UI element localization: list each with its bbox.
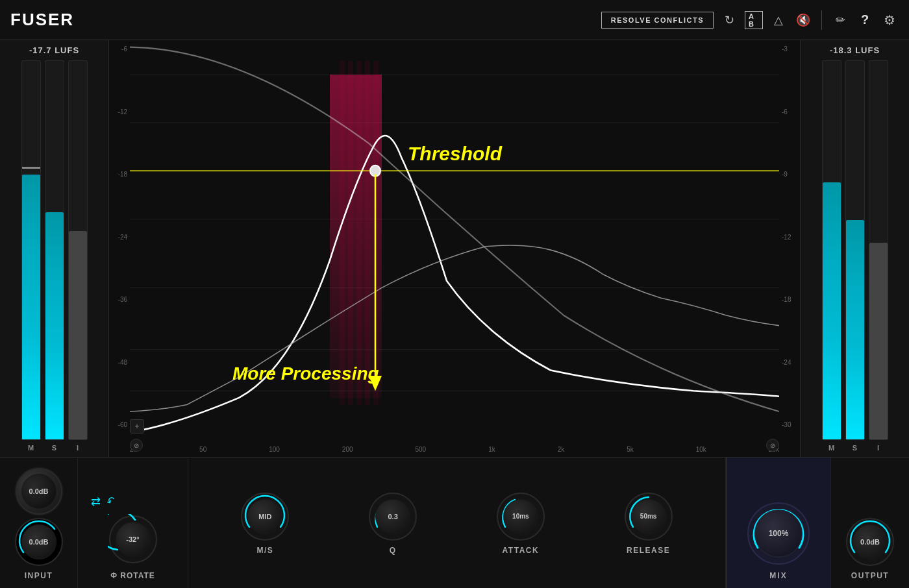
release-knob-container: 50ms RELEASE [623, 491, 674, 555]
attack-knob-face: 10ms [503, 499, 538, 534]
left-meter-s [45, 60, 64, 440]
input-knob-face: 0.0dB [21, 524, 56, 559]
svg-rect-11 [356, 61, 362, 405]
svg-rect-9 [340, 61, 345, 405]
output-section: 0.0dB OUTPUT [831, 458, 909, 588]
left-meter-m [21, 60, 41, 440]
x-label-100: 100 [269, 446, 280, 453]
right-m-label: M [822, 444, 841, 452]
rotate-section: ⇄ ↶ -32° Φ ROTATE [78, 458, 188, 588]
x-label-500: 500 [416, 446, 427, 453]
right-meter-s-fill [846, 220, 864, 439]
attack-knob-wrapper[interactable]: 10ms [495, 491, 546, 542]
release-value-text: 50ms [640, 513, 657, 520]
header: FUSER RESOLVE CONFLICTS ↻ A B △ 🔇 ✏ ? ⚙ [0, 0, 909, 40]
spectrum-left-circle-button[interactable]: ⊘ [130, 439, 143, 452]
right-s-label: S [845, 444, 865, 452]
header-right: RESOLVE CONFLICTS ↻ A B △ 🔇 ✏ ? ⚙ [601, 10, 899, 30]
ms-value-text: MID [258, 513, 271, 521]
ab-compare-icon[interactable]: A B [745, 11, 763, 29]
controls-area: 0.0dB 0.0dB INPUT ⇄ ↶ [0, 457, 909, 588]
right-lufs-label: -18.3 LUFS [830, 45, 880, 55]
settings-icon[interactable]: ⚙ [880, 11, 899, 29]
x-label-50: 50 [199, 446, 206, 453]
mix-section: 100% MIX [726, 458, 831, 588]
release-knob-wrapper[interactable]: 50ms [623, 491, 674, 542]
left-meter-m-fill [22, 175, 40, 439]
ms-knob-wrapper[interactable]: MID [240, 491, 290, 542]
output-value-text: 0.0dB [860, 538, 880, 546]
right-meter-s [845, 60, 865, 440]
triangle-icon[interactable]: △ [769, 11, 788, 29]
x-axis: 20 50 100 200 500 1k 2k 5k 10k 20k [130, 446, 779, 453]
header-divider [821, 10, 822, 30]
app-title: FUSER [10, 10, 74, 30]
output-knob-face: 0.0dB [853, 524, 888, 559]
mix-knob-face: 100% [754, 509, 803, 557]
mix-label: MIX [769, 571, 787, 580]
spectrum-area: -6 -12 -18 -24 -36 -48 -60 -3 -6 -9 -12 … [109, 40, 800, 457]
left-meter-i-fill [69, 231, 87, 439]
ms-knob-container: MID M/S [240, 491, 290, 555]
attack-value-text: 10ms [512, 513, 529, 520]
zoom-in-button[interactable]: + [130, 419, 144, 434]
left-meter-i [68, 60, 88, 440]
threshold-label: Threshold [408, 143, 502, 164]
left-i-label: I [68, 444, 88, 452]
x-label-1k: 1k [488, 446, 495, 453]
attack-knob-container: 10ms ATTACK [495, 491, 546, 555]
input-knob-inner: 0.0dB [21, 474, 56, 509]
q-knob-container: 0.3 Q [367, 491, 418, 555]
main-area: -17.7 LUFS M S I -6 -12 -18 -24 -3 [0, 40, 909, 457]
svg-rect-0 [130, 40, 779, 432]
left-s-label: S [45, 444, 64, 452]
input-knob[interactable]: 0.0dB [16, 468, 62, 515]
more-processing-annotation: More Processing [232, 363, 379, 384]
resolve-conflicts-button[interactable]: RESOLVE CONFLICTS [601, 12, 714, 29]
release-label: RELEASE [627, 546, 670, 555]
speaker-icon[interactable]: 🔇 [794, 11, 812, 29]
rotate-label: Φ ROTATE [110, 571, 155, 580]
rotate-knob-wrapper[interactable]: -32° [108, 514, 158, 565]
left-m-label: M [21, 444, 41, 452]
help-icon[interactable]: ? [856, 11, 874, 29]
release-knob-face: 50ms [631, 499, 666, 534]
input-section: 0.0dB 0.0dB INPUT [0, 458, 78, 588]
right-meters-row [822, 60, 888, 440]
x-label-5k: 5k [627, 446, 634, 453]
svg-rect-12 [365, 61, 370, 405]
right-meter-i [869, 60, 888, 440]
output-label: OUTPUT [851, 571, 889, 580]
left-meter-s-fill [45, 212, 64, 439]
mix-knob-wrapper[interactable]: 100% [746, 501, 811, 566]
input-knob-container: 0.0dB [14, 466, 64, 517]
q-knob-face: 0.3 [375, 499, 410, 534]
x-label-10k: 10k [696, 446, 706, 453]
left-meter-panel: -17.7 LUFS M S I [0, 40, 109, 457]
right-meter-m [822, 60, 841, 440]
q-knob-wrapper[interactable]: 0.3 [367, 491, 418, 542]
left-meters-row [21, 60, 88, 440]
x-label-200: 200 [342, 446, 353, 453]
attack-label: ATTACK [503, 546, 540, 555]
svg-rect-10 [348, 61, 353, 405]
pencil-icon[interactable]: ✏ [831, 11, 849, 29]
more-processing-label: More Processing [232, 363, 379, 384]
output-knob-wrapper[interactable]: 0.0dB [845, 517, 895, 567]
input-label: INPUT [25, 571, 53, 580]
rotate-knob-face: -32° [116, 522, 151, 557]
x-label-2k: 2k [558, 446, 565, 453]
ms-knob-face: MID [247, 499, 282, 534]
left-lufs-label: -17.7 LUFS [29, 45, 79, 55]
spectrum-right-circle-button[interactable]: ⊘ [766, 439, 779, 452]
cycle-icon[interactable]: ↻ [720, 11, 738, 29]
right-meter-m-fill [823, 182, 841, 439]
rotate-arrows-icon: ⇄ [91, 495, 101, 509]
input-knob-wrapper[interactable]: 0.0dB [14, 517, 64, 567]
q-label: Q [390, 546, 397, 555]
middle-controls: MID M/S 0.3 Q [188, 458, 726, 588]
rotate-icons: ⇄ ↶ [91, 495, 116, 509]
rotate-value-text: -32° [126, 535, 139, 543]
right-meter-i-fill [869, 243, 888, 439]
right-i-label: I [869, 444, 888, 452]
